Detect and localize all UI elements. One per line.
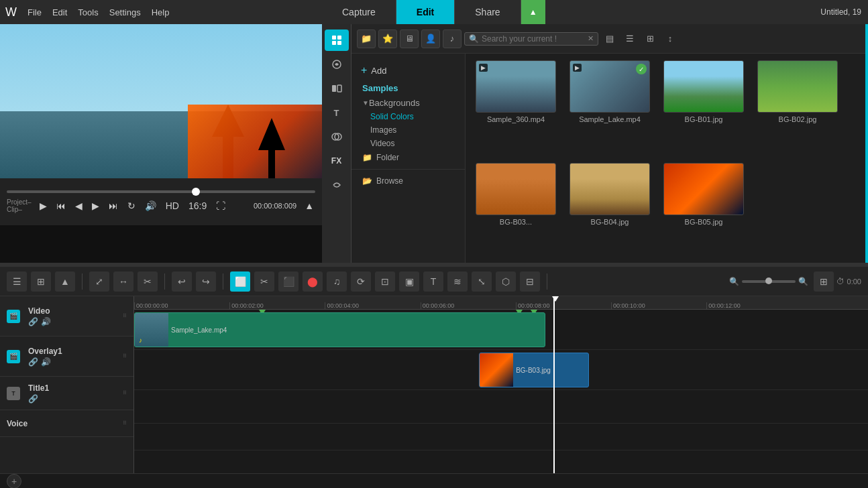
- prev-frame-button[interactable]: ◀: [74, 199, 84, 212]
- fullscreen-button[interactable]: ⛶: [215, 199, 227, 212]
- media-toolbar: 📁 ⭐ 🖥 👤 ♪ 🔍 ✕ ▤ ☰ ⊞ ↕: [351, 24, 868, 54]
- menu-settings[interactable]: Settings: [109, 7, 141, 17]
- overlay-track-label: Overlay1: [28, 347, 62, 356]
- cut-tool-button[interactable]: ✂: [254, 271, 274, 292]
- media-screen-button[interactable]: 🖥: [400, 29, 419, 48]
- fx-tool-button[interactable]: FX: [325, 150, 349, 172]
- tab-edit[interactable]: Edit: [396, 0, 455, 24]
- sidebar-samples[interactable]: Samples: [351, 80, 465, 96]
- sidebar-solid-colors[interactable]: Solid Colors: [351, 110, 465, 123]
- media-webcam-button[interactable]: 👤: [421, 29, 440, 48]
- pan-zoom-button[interactable]: ⤡: [472, 271, 492, 292]
- timecode-up[interactable]: ▲: [303, 199, 315, 212]
- export-button[interactable]: ⊟: [520, 271, 540, 292]
- sort-button[interactable]: ↕: [661, 30, 679, 48]
- media-item-sample_360[interactable]: ▶Sample_360.mp4: [472, 60, 559, 156]
- ratio-button[interactable]: 16:9: [187, 199, 208, 212]
- motion-button[interactable]: ⟳: [351, 271, 371, 292]
- search-clear-button[interactable]: ✕: [588, 34, 594, 43]
- select-tool-button[interactable]: ⬜: [230, 271, 250, 292]
- text-overlay-button[interactable]: T: [423, 271, 443, 292]
- timeline-collapse-button[interactable]: ⊞: [31, 271, 51, 292]
- view-list-button[interactable]: ▤: [601, 30, 618, 48]
- voice-track-label: Voice: [7, 419, 28, 428]
- sidebar-backgrounds[interactable]: ▼ Backgrounds: [351, 96, 465, 110]
- trim-button[interactable]: ✂: [138, 271, 158, 292]
- color-correct-button[interactable]: ⬡: [496, 271, 516, 292]
- media-item-bg_b01[interactable]: BG-B01.jpg: [660, 60, 747, 156]
- toolbar-separator-4: [547, 273, 547, 290]
- media-tool-button[interactable]: [325, 29, 349, 51]
- video-drag-handle[interactable]: ⠿: [123, 313, 127, 319]
- media-item-bg_b02[interactable]: BG-B02.jpg: [754, 60, 841, 156]
- motion-tool-button[interactable]: [325, 174, 349, 196]
- play-button[interactable]: ▶: [38, 199, 48, 212]
- media-panel-right-edge: [865, 24, 868, 265]
- fit-button[interactable]: ⤢: [89, 271, 109, 292]
- overlay-drag-handle[interactable]: ⠿: [123, 353, 127, 359]
- ruler-mark-4: 00:00:04:00: [325, 302, 359, 309]
- zoom-slider[interactable]: [742, 280, 796, 283]
- mask-button[interactable]: ▣: [399, 271, 419, 292]
- multi-select-button[interactable]: ⬛: [278, 271, 299, 292]
- overlay-link-icon[interactable]: 🔗: [28, 357, 38, 367]
- media-camera-button[interactable]: ⭐: [378, 29, 397, 48]
- menu-help[interactable]: Help: [152, 7, 170, 17]
- redo-button[interactable]: ↪: [196, 271, 216, 292]
- sidebar-browse[interactable]: 📂 Browse: [351, 174, 465, 188]
- skip-start-button[interactable]: ⏮: [55, 199, 67, 212]
- video-volume-icon[interactable]: 🔊: [41, 317, 51, 326]
- snap-button[interactable]: ↔: [113, 271, 133, 292]
- title-link-icon[interactable]: 🔗: [28, 394, 38, 404]
- media-thumb-bg_b05: [663, 163, 744, 215]
- menu-tools[interactable]: Tools: [78, 7, 98, 17]
- media-label-bg_b01: BG-B01.jpg: [685, 115, 723, 123]
- audio-mix-button[interactable]: ♫: [327, 271, 347, 292]
- media-audio-button[interactable]: ♪: [443, 29, 462, 48]
- video-link-icon[interactable]: 🔗: [28, 317, 38, 326]
- media-item-bg_b03[interactable]: BG-B03...: [472, 163, 559, 259]
- pip-button[interactable]: ⊡: [375, 271, 395, 292]
- media-folder-button[interactable]: 📁: [357, 29, 376, 48]
- timeline-addtrack-button[interactable]: ▲: [55, 271, 75, 292]
- hd-button[interactable]: HD: [164, 199, 180, 212]
- scrubber[interactable]: [7, 190, 315, 193]
- search-input[interactable]: [482, 34, 588, 44]
- overlay-volume-icon[interactable]: 🔊: [41, 357, 51, 367]
- tab-capture[interactable]: Capture: [322, 0, 396, 24]
- zoom-in-icon[interactable]: 🔍: [798, 277, 808, 286]
- stabilize-button[interactable]: ≋: [447, 271, 468, 292]
- view-list2-button[interactable]: ☰: [621, 30, 639, 48]
- loop-button[interactable]: ↻: [126, 199, 137, 212]
- text-tool-button[interactable]: T: [325, 102, 349, 123]
- add-media-button[interactable]: + Add: [351, 60, 465, 80]
- record-button[interactable]: ⬤: [303, 271, 323, 292]
- transition-tool-button[interactable]: [325, 78, 349, 99]
- media-item-bg_b04[interactable]: BG-B04.jpg: [566, 163, 653, 259]
- next-frame-button[interactable]: ▶: [91, 199, 101, 212]
- menu-file[interactable]: File: [28, 7, 42, 17]
- scrubber-thumb[interactable]: [192, 188, 200, 196]
- menu-edit[interactable]: Edit: [52, 7, 67, 17]
- media-item-bg_b05[interactable]: BG-B05.jpg: [660, 163, 747, 259]
- view-grid-button[interactable]: ⊞: [641, 30, 659, 48]
- sidebar-folder[interactable]: 📁 Folder: [351, 150, 465, 165]
- timeline-tracks-button[interactable]: ☰: [7, 271, 27, 292]
- volume-button[interactable]: 🔊: [144, 199, 158, 212]
- skip-end-button[interactable]: ⏭: [107, 199, 119, 212]
- video-clip-sample-lake[interactable]: Sample_Lake.mp4 ♪: [134, 312, 545, 347]
- undo-button[interactable]: ↩: [172, 271, 192, 292]
- fit-timeline-button[interactable]: ⊞: [814, 271, 834, 292]
- title-drag-handle[interactable]: ⠿: [123, 390, 127, 396]
- overlay-tool-button[interactable]: [325, 126, 349, 147]
- audio-tool-button[interactable]: [325, 54, 349, 75]
- media-item-sample_lake[interactable]: ▶✓Sample_Lake.mp4: [566, 60, 653, 156]
- voice-drag-handle[interactable]: ⠿: [123, 420, 127, 426]
- add-track-button[interactable]: +: [7, 474, 21, 489]
- sidebar-images[interactable]: Images: [351, 123, 465, 137]
- tab-share[interactable]: Share: [455, 0, 521, 24]
- zoom-out-icon[interactable]: 🔍: [729, 277, 739, 286]
- upload-button[interactable]: ▲: [521, 0, 545, 24]
- sidebar-videos[interactable]: Videos: [351, 137, 465, 150]
- overlay-clip-bg-b03[interactable]: BG-B03.jpg: [479, 353, 589, 387]
